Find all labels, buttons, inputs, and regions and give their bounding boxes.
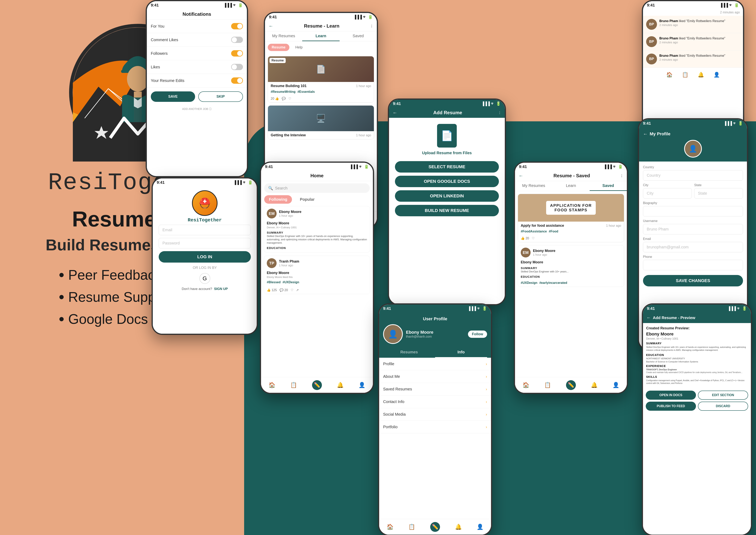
card-actions-2: 👍 125 💬 20 ♡ ↗ bbox=[264, 287, 370, 294]
toggle-likes[interactable]: Likes bbox=[147, 60, 247, 74]
edit-section-btn[interactable]: EDIT SECTION bbox=[698, 391, 748, 400]
select-resume-btn[interactable]: SELECT RESUME bbox=[395, 161, 499, 173]
email-input-9[interactable] bbox=[643, 242, 743, 252]
state-input[interactable] bbox=[694, 188, 743, 199]
menu-profile[interactable]: Profile › bbox=[379, 358, 491, 370]
heart-icon-7[interactable]: ♡ bbox=[532, 237, 534, 240]
email-input[interactable] bbox=[159, 225, 251, 235]
add-nav-6[interactable]: ✏️ bbox=[430, 522, 440, 532]
bell-notif-nav[interactable]: 🔔 bbox=[698, 72, 704, 78]
menu-icon-7[interactable]: ⋮ bbox=[620, 174, 623, 178]
time-6: 9:41 bbox=[383, 306, 391, 311]
tab-my-resumes-7[interactable]: My Resumes bbox=[515, 181, 552, 191]
discard-btn[interactable]: DISCARD bbox=[698, 402, 748, 411]
profile-nav-3[interactable]: 👤 bbox=[359, 382, 365, 388]
signup-link[interactable]: SIGN UP bbox=[214, 287, 228, 291]
open-linkedin-btn[interactable]: OPEN LINKEDIN bbox=[395, 190, 499, 202]
tab-saved-7[interactable]: Saved bbox=[590, 181, 627, 191]
add-nav-7[interactable]: ✏️ bbox=[566, 380, 576, 390]
tab-resumes-6[interactable]: Resumes bbox=[383, 347, 435, 358]
toggle-comment-likes[interactable]: Comment Likes bbox=[147, 33, 247, 47]
save-changes-btn[interactable]: SAVE CHANGES bbox=[643, 275, 743, 286]
comment-icon-1[interactable]: 💬 bbox=[282, 97, 286, 100]
hashtag-2-1: #Blessed bbox=[267, 280, 281, 284]
popular-tab[interactable]: Popular bbox=[295, 195, 319, 204]
bell-nav-6[interactable]: 🔔 bbox=[455, 523, 462, 530]
like-icon-7[interactable]: 👍 20 bbox=[521, 237, 529, 240]
back-button-9[interactable]: ← bbox=[643, 131, 648, 137]
build-new-resume-btn[interactable]: BUILD NEW RESUME bbox=[395, 205, 499, 216]
tab-learn[interactable]: Learn bbox=[302, 31, 339, 41]
home-nav-7[interactable]: 🏠 bbox=[523, 382, 529, 388]
biography-input[interactable] bbox=[643, 206, 743, 216]
like-count-1[interactable]: 20 👍 bbox=[271, 97, 279, 100]
toggle-followers[interactable]: Followers bbox=[147, 47, 247, 60]
notif-item-3: BP Bruno Pham liked "Emily Rottweilers R… bbox=[643, 50, 743, 68]
toggle-switch-comment[interactable] bbox=[231, 37, 243, 43]
home-notif-nav[interactable]: 🏠 bbox=[666, 72, 672, 78]
add-nav-3[interactable]: ✏️ bbox=[312, 380, 322, 390]
doc-nav-7[interactable]: 📋 bbox=[544, 382, 551, 388]
menu-contact-info[interactable]: Contact Info › bbox=[379, 396, 491, 408]
toggle-for-you[interactable]: For You bbox=[147, 19, 247, 33]
menu-saved-resumes[interactable]: Saved Resumes › bbox=[379, 383, 491, 396]
post-body-1: Ebony Moore Denver, IA • Culinary 1001 S… bbox=[264, 221, 370, 252]
back-button-1[interactable]: ← bbox=[269, 23, 273, 29]
username-input[interactable] bbox=[643, 224, 743, 235]
share-icon-2[interactable]: ↗ bbox=[296, 288, 299, 292]
toggle-switch-for-you[interactable] bbox=[231, 23, 243, 29]
menu-about-me[interactable]: About Me › bbox=[379, 370, 491, 383]
login-button[interactable]: LOG IN bbox=[159, 251, 251, 263]
back-button-7[interactable]: ← bbox=[519, 173, 523, 179]
tab-learn-7[interactable]: Learn bbox=[552, 181, 589, 191]
follow-button[interactable]: Follow bbox=[468, 330, 487, 338]
menu-social-media[interactable]: Social Media › bbox=[379, 408, 491, 421]
avatar-tranh: TP bbox=[267, 258, 277, 268]
like-count-2[interactable]: 👍 125 bbox=[267, 288, 277, 292]
open-google-docs-btn[interactable]: OPEN GOOGLE DOCS bbox=[395, 176, 499, 187]
city-input[interactable] bbox=[643, 188, 692, 199]
home-nav-6[interactable]: 🏠 bbox=[387, 523, 393, 530]
phone-notifications-settings: 9:41 ▐▐▐ ᯤ 🔋 Notifications For You Comme… bbox=[146, 0, 248, 177]
save-button[interactable]: SAVE bbox=[151, 91, 195, 102]
user-profile-title: User Profile bbox=[383, 316, 487, 322]
menu-portfolio[interactable]: Portfolio › bbox=[379, 421, 491, 433]
signals-2: ▐▐▐ ᯤ 🔋 bbox=[224, 3, 243, 8]
subtab-help[interactable]: Help bbox=[291, 44, 307, 51]
heart-icon-2[interactable]: ♡ bbox=[291, 288, 293, 292]
back-button-10[interactable]: ← bbox=[647, 315, 651, 320]
country-input[interactable] bbox=[643, 170, 743, 181]
add-job-link[interactable]: ADD ANOTHER JOB ⓘ bbox=[147, 106, 247, 112]
toggle-switch-likes[interactable] bbox=[231, 64, 243, 70]
bell-nav-3[interactable]: 🔔 bbox=[337, 382, 344, 388]
toggle-switch-resume-edits[interactable] bbox=[231, 77, 243, 84]
toggle-switch-followers[interactable] bbox=[231, 50, 243, 57]
doc-nav-6[interactable]: 📋 bbox=[408, 523, 415, 530]
menu-icon-5[interactable]: ⋮ bbox=[498, 111, 501, 115]
google-icon[interactable]: G bbox=[200, 273, 210, 284]
subtab-resume[interactable]: Resume bbox=[268, 44, 289, 51]
user-notif-nav[interactable]: 👤 bbox=[714, 72, 720, 78]
skip-button[interactable]: SKIP bbox=[198, 91, 243, 102]
home-nav-3[interactable]: 🏠 bbox=[269, 382, 275, 388]
doc-nav-3[interactable]: 📋 bbox=[290, 382, 297, 388]
tab-info-6[interactable]: Info bbox=[435, 347, 487, 358]
password-input[interactable] bbox=[159, 238, 251, 248]
profile-nav-6[interactable]: 👤 bbox=[477, 523, 483, 530]
tab-saved[interactable]: Saved bbox=[339, 31, 377, 41]
doc-notif-nav[interactable]: 📋 bbox=[682, 72, 688, 78]
heart-icon-1[interactable]: ♡ bbox=[288, 97, 291, 100]
toggle-resume-edits[interactable]: Your Resume Edits bbox=[147, 74, 247, 87]
menu-icon-1[interactable]: ⋮ bbox=[370, 24, 373, 28]
profile-nav-7[interactable]: 👤 bbox=[612, 382, 619, 388]
back-button-5[interactable]: ← bbox=[392, 110, 397, 115]
search-bar-3[interactable]: 🔍 Search bbox=[264, 183, 370, 193]
tab-my-resumes[interactable]: My Resumes bbox=[265, 31, 302, 41]
publish-to-feed-btn[interactable]: PUBLISH TO FEED bbox=[646, 402, 696, 411]
following-tab[interactable]: Following bbox=[264, 195, 292, 204]
comments-count-2[interactable]: 💬 20 bbox=[280, 288, 288, 292]
open-in-docs-btn[interactable]: OPEN IN DOCS bbox=[646, 391, 696, 400]
phone-input[interactable] bbox=[643, 260, 743, 270]
google-login[interactable]: G bbox=[159, 273, 251, 284]
bell-nav-7[interactable]: 🔔 bbox=[591, 382, 598, 388]
